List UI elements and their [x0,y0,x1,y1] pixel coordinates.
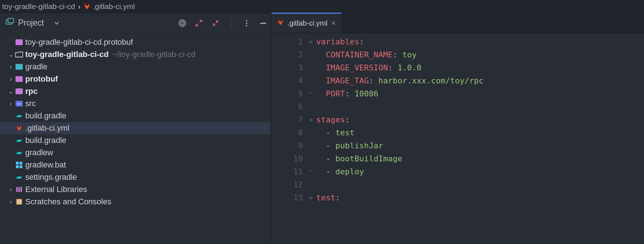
code-content[interactable]: variables: CONTAINER_NAME: toy IMAGE_VER… [314,33,644,244]
folder-icon [14,52,24,57]
target-icon[interactable] [178,19,187,27]
tree-item-build-gradle-inner[interactable]: › build.gradle [0,110,270,122]
svg-rect-25 [17,203,21,204]
chevron-right-icon[interactable]: › [7,75,14,83]
chevron-down-icon[interactable] [54,18,59,28]
chevron-right-icon[interactable]: › [7,100,14,108]
svg-rect-18 [19,165,22,168]
project-title[interactable]: Project [6,18,59,28]
chevron-right-icon[interactable]: › [7,198,14,206]
gradle-icon [14,150,24,156]
close-icon[interactable]: ✕ [331,20,336,27]
svg-rect-21 [21,187,22,192]
chevron-right-icon[interactable]: › [7,186,14,193]
tree-item-settings-gradle[interactable]: › settings.gradle [0,171,270,183]
tree-item-build-gradle[interactable]: › build.gradle [0,134,270,147]
tab-gitlab-ci[interactable]: .gitlab-ci.yml ✕ [271,13,341,33]
breadcrumb-file[interactable]: .gitlab-ci.yml [93,2,135,11]
fold-marker-icon[interactable]: ⊟ [308,113,314,126]
gitlab-icon [277,19,284,27]
svg-rect-16 [19,162,22,165]
svg-rect-15 [16,162,19,165]
gradle-icon [14,174,24,180]
module-icon [14,39,24,45]
gradle-icon [14,113,24,119]
svg-text:<>: <> [17,102,21,106]
fold-marker-icon[interactable]: ⊟ [308,191,314,204]
breadcrumb: toy-gradle-gitlab-ci-cd › .gitlab-ci.yml [0,0,644,13]
chevron-down-icon[interactable]: ⌄ [7,51,14,58]
tree-item-gradlew-bat[interactable]: › gradlew.bat [0,159,270,171]
gradle-icon [14,138,24,143]
tree-item-scratches[interactable]: › Scratches and Consoles [0,196,270,208]
chevron-right-icon: › [78,2,80,11]
svg-point-7 [246,25,247,26]
minimize-icon[interactable] [259,19,267,27]
scratches-icon [14,199,24,205]
folder-icon [14,88,24,94]
editor-tabs: .gitlab-ci.yml ✕ [271,13,644,33]
project-panel: Project [0,13,271,244]
collapse-icon[interactable] [211,19,220,27]
windows-icon [14,162,24,168]
svg-point-6 [246,22,247,24]
tree-item-protobuf[interactable]: › protobuf [0,73,270,85]
expand-icon[interactable] [195,19,203,27]
code-editor[interactable]: 1 2 3 4 5 6 7 8 9 10 11 12 13 ⊟ ⌃ [271,33,644,244]
chevron-right-icon[interactable]: › [7,63,14,71]
svg-rect-20 [18,187,20,192]
svg-point-5 [246,20,247,21]
project-title-label: Project [18,18,44,28]
chevron-down-icon[interactable]: ⌄ [7,87,14,95]
svg-rect-17 [16,165,19,168]
tree-item-gradlew[interactable]: › gradlew [0,147,270,159]
fold-end-icon[interactable]: ⌃ [308,165,314,178]
svg-rect-9 [16,39,23,45]
svg-rect-23 [17,200,21,201]
svg-rect-1 [8,18,14,23]
fold-end-icon[interactable]: ⌃ [308,87,314,100]
project-tree[interactable]: › toy-gradle-gitlab-ci-cd.protobuf ⌄ toy… [0,33,270,208]
svg-rect-11 [16,76,23,82]
tree-item-gradle[interactable]: › gradle [0,61,270,73]
project-panel-header: Project [0,13,270,33]
svg-rect-12 [16,88,23,94]
tree-item-gitlab-ci[interactable]: › .gitlab-ci.yml [0,122,270,134]
tree-item-root[interactable]: ⌄ toy-gradle-gitlab-ci-cd ~/toy-gradle-g… [0,48,270,61]
tree-item-rpc[interactable]: ⌄ rpc [0,85,270,97]
tree-item-protobuf-module[interactable]: › toy-gradle-gitlab-ci-cd.protobuf [0,36,270,48]
tab-label: .gitlab-ci.yml [287,19,327,27]
gutter: 1 2 3 4 5 6 7 8 9 10 11 12 13 [271,33,308,244]
svg-rect-24 [17,201,21,202]
project-icon [6,18,14,28]
fold-column: ⊟ ⌃ ⊟ ⌃ ⊟ [308,33,314,244]
editor-area: .gitlab-ci.yml ✕ 1 2 3 4 5 6 7 8 9 10 11… [271,13,644,244]
library-icon [14,186,24,193]
svg-point-4 [182,22,183,23]
folder-icon [14,76,24,82]
kebab-menu-icon[interactable] [242,19,251,27]
fold-marker-icon[interactable]: ⊟ [308,35,314,48]
svg-rect-8 [260,23,266,24]
tree-item-src[interactable]: › <> src [0,97,270,110]
breadcrumb-root[interactable]: toy-gradle-gitlab-ci-cd [2,2,75,11]
svg-rect-19 [16,187,18,192]
source-folder-icon: <> [14,101,24,106]
folder-icon [14,64,24,70]
tree-item-external-libraries[interactable]: › External Libraries [0,183,270,196]
separator [231,18,231,29]
gitlab-icon [14,125,24,131]
gitlab-icon [83,3,91,10]
svg-rect-10 [16,64,23,70]
